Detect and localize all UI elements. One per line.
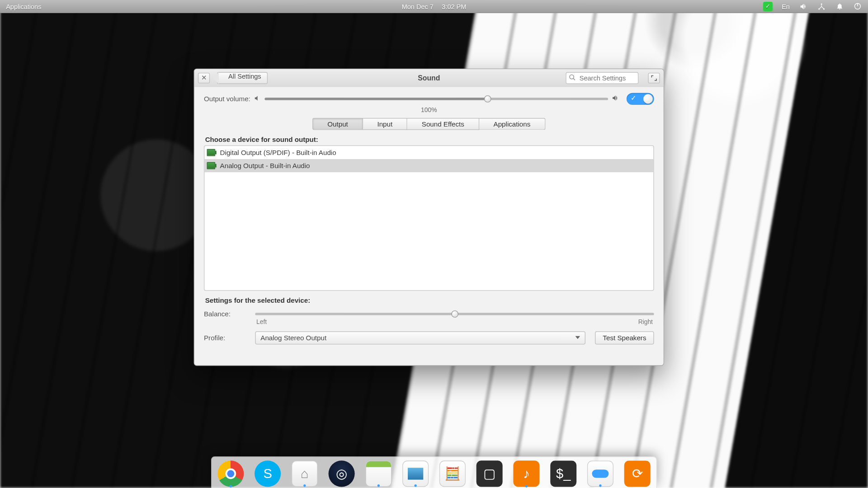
search-settings-input[interactable]: [566, 72, 638, 84]
running-indicator: [303, 484, 306, 487]
window-titlebar[interactable]: ✕ All Settings Sound: [194, 69, 664, 87]
svg-point-4: [570, 75, 574, 79]
top-panel: Applications Mon Dec 7 3:02 PM ✓ En: [0, 0, 868, 13]
maximize-button[interactable]: [648, 72, 660, 83]
device-row[interactable]: Digital Output (S/PDIF) - Built-in Audio: [204, 146, 653, 159]
panel-date[interactable]: Mon Dec 7: [402, 0, 434, 13]
balance-right-label: Right: [638, 318, 653, 325]
profile-label: Profile:: [204, 334, 245, 342]
dock-calendar[interactable]: [365, 460, 392, 487]
running-indicator: [414, 484, 416, 487]
dock-chrome[interactable]: [217, 460, 244, 487]
tab-output[interactable]: Output: [312, 118, 363, 130]
tab-applications[interactable]: Applications: [479, 118, 545, 130]
updates-icon[interactable]: ✓: [763, 1, 773, 11]
output-volume-slider[interactable]: [264, 95, 608, 103]
dock-music[interactable]: ♪: [513, 460, 539, 487]
close-button[interactable]: ✕: [198, 72, 210, 83]
profile-combobox[interactable]: Analog Stereo Output: [255, 331, 585, 344]
running-indicator: [599, 484, 601, 487]
running-indicator: [230, 485, 232, 487]
profile-value: Analog Stereo Output: [260, 334, 326, 342]
dock-settings-switch[interactable]: [587, 460, 613, 487]
network-tray-icon[interactable]: [817, 1, 826, 11]
balance-slider[interactable]: [255, 310, 654, 318]
output-volume-percent: 100%: [204, 106, 654, 113]
applications-menu[interactable]: Applications: [6, 0, 41, 13]
output-volume-label: Output volume:: [204, 95, 250, 103]
dock-calculator[interactable]: 🧮: [439, 460, 466, 487]
notifications-tray-icon[interactable]: [835, 1, 844, 11]
device-name: Digital Output (S/PDIF) - Built-in Audio: [220, 149, 336, 156]
power-tray-icon[interactable]: [853, 1, 862, 11]
search-icon: [569, 74, 576, 83]
running-indicator: [525, 485, 528, 487]
dock-screenshot[interactable]: ▢: [476, 460, 503, 487]
keyboard-layout-icon[interactable]: En: [781, 1, 790, 11]
dock: S⌂◎🧮▢♪$_⟳: [211, 456, 657, 488]
svg-point-0: [821, 3, 822, 5]
dock-terminal[interactable]: $_: [550, 460, 576, 487]
selected-device-settings-label: Settings for the selected device:: [205, 297, 654, 304]
dock-sync[interactable]: ⟳: [624, 460, 651, 487]
panel-time[interactable]: 3:02 PM: [442, 0, 466, 13]
dock-skype[interactable]: S: [255, 460, 281, 487]
sound-tabs: Output Input Sound Effects Applications: [204, 118, 654, 130]
tab-input[interactable]: Input: [363, 118, 407, 130]
sound-card-icon: [207, 162, 215, 169]
test-speakers-button[interactable]: Test Speakers: [595, 331, 654, 344]
running-indicator: [377, 484, 380, 487]
output-device-list[interactable]: Digital Output (S/PDIF) - Built-in Audio…: [204, 145, 654, 291]
speaker-low-icon: [254, 94, 261, 103]
sound-settings-window: ✕ All Settings Sound Output volume:: [194, 69, 664, 366]
dock-files[interactable]: ⌂: [292, 460, 318, 487]
tab-sound-effects[interactable]: Sound Effects: [407, 118, 479, 130]
dock-steam[interactable]: ◎: [329, 460, 355, 487]
window-title: Sound: [418, 74, 440, 82]
chevron-down-icon: [576, 336, 580, 339]
balance-left-label: Left: [256, 318, 267, 325]
all-settings-button[interactable]: All Settings: [217, 72, 268, 84]
choose-device-label: Choose a device for sound output:: [205, 136, 654, 143]
balance-label: Balance:: [204, 310, 245, 318]
device-name: Analog Output - Built-in Audio: [220, 162, 310, 169]
volume-tray-icon[interactable]: [799, 1, 808, 11]
sound-card-icon: [207, 149, 215, 156]
output-mute-toggle[interactable]: [627, 93, 654, 105]
dock-image-viewer[interactable]: [402, 460, 429, 487]
speaker-high-icon: [612, 94, 619, 103]
device-row[interactable]: Analog Output - Built-in Audio: [204, 159, 653, 172]
